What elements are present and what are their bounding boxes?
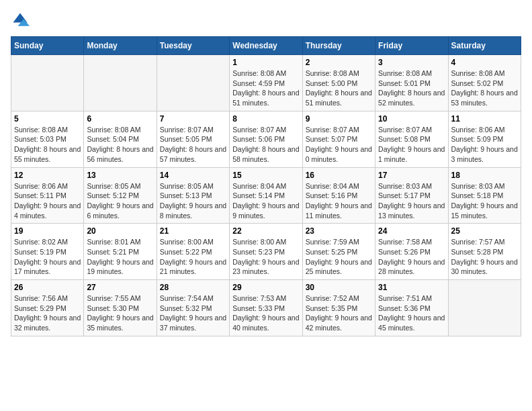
week-row-3: 12Sunrise: 8:06 AM Sunset: 5:11 PM Dayli…: [11, 167, 521, 224]
week-row-1: 1Sunrise: 8:08 AM Sunset: 4:59 PM Daylig…: [11, 55, 521, 111]
day-number: 31: [378, 283, 445, 292]
weekday-header-row: SundayMondayTuesdayWednesdayThursdayFrid…: [11, 37, 521, 55]
logo-icon: [11, 11, 30, 30]
day-cell: 21Sunrise: 8:00 AM Sunset: 5:22 PM Dayli…: [157, 224, 229, 280]
weekday-thursday: Thursday: [302, 37, 375, 55]
day-cell: 17Sunrise: 8:03 AM Sunset: 5:17 PM Dayli…: [375, 167, 448, 224]
day-info: Sunrise: 8:03 AM Sunset: 5:17 PM Dayligh…: [378, 181, 445, 221]
day-info: Sunrise: 8:08 AM Sunset: 5:03 PM Dayligh…: [14, 125, 81, 165]
day-cell: 3Sunrise: 8:08 AM Sunset: 5:01 PM Daylig…: [375, 55, 448, 111]
week-row-4: 19Sunrise: 8:02 AM Sunset: 5:19 PM Dayli…: [11, 224, 521, 280]
day-number: 27: [87, 283, 153, 292]
day-info: Sunrise: 8:00 AM Sunset: 5:23 PM Dayligh…: [232, 237, 299, 277]
day-info: Sunrise: 8:04 AM Sunset: 5:16 PM Dayligh…: [306, 181, 372, 221]
day-cell: 2Sunrise: 8:08 AM Sunset: 5:00 PM Daylig…: [302, 55, 375, 111]
day-cell: 1Sunrise: 8:08 AM Sunset: 4:59 PM Daylig…: [230, 55, 302, 111]
week-row-2: 5Sunrise: 8:08 AM Sunset: 5:03 PM Daylig…: [11, 111, 521, 167]
day-cell: 24Sunrise: 7:58 AM Sunset: 5:26 PM Dayli…: [375, 224, 448, 280]
day-cell: 29Sunrise: 7:53 AM Sunset: 5:33 PM Dayli…: [230, 280, 302, 336]
day-info: Sunrise: 7:55 AM Sunset: 5:30 PM Dayligh…: [87, 293, 153, 333]
day-cell: 30Sunrise: 7:52 AM Sunset: 5:35 PM Dayli…: [302, 280, 375, 336]
weekday-sunday: Sunday: [11, 37, 84, 55]
day-cell: 15Sunrise: 8:04 AM Sunset: 5:14 PM Dayli…: [230, 167, 302, 224]
day-cell: 23Sunrise: 7:59 AM Sunset: 5:25 PM Dayli…: [302, 224, 375, 280]
day-cell: 12Sunrise: 8:06 AM Sunset: 5:11 PM Dayli…: [11, 167, 84, 224]
day-info: Sunrise: 7:52 AM Sunset: 5:35 PM Dayligh…: [306, 293, 372, 333]
day-cell: 19Sunrise: 8:02 AM Sunset: 5:19 PM Dayli…: [11, 224, 84, 280]
weekday-monday: Monday: [84, 37, 157, 55]
day-info: Sunrise: 8:08 AM Sunset: 5:02 PM Dayligh…: [451, 68, 518, 108]
page-header: [11, 11, 521, 30]
day-info: Sunrise: 8:05 AM Sunset: 5:12 PM Dayligh…: [87, 181, 153, 221]
day-number: 8: [232, 114, 299, 124]
weekday-saturday: Saturday: [448, 37, 521, 55]
day-info: Sunrise: 8:08 AM Sunset: 5:04 PM Dayligh…: [87, 125, 153, 165]
day-info: Sunrise: 8:02 AM Sunset: 5:19 PM Dayligh…: [14, 237, 81, 277]
day-number: 5: [14, 114, 81, 124]
weekday-friday: Friday: [375, 37, 448, 55]
day-cell: 13Sunrise: 8:05 AM Sunset: 5:12 PM Dayli…: [84, 167, 157, 224]
day-number: 18: [451, 171, 518, 180]
weekday-wednesday: Wednesday: [230, 37, 302, 55]
calendar-table: SundayMondayTuesdayWednesdayThursdayFrid…: [11, 36, 521, 336]
day-cell: 6Sunrise: 8:08 AM Sunset: 5:04 PM Daylig…: [84, 111, 157, 167]
day-info: Sunrise: 7:57 AM Sunset: 5:28 PM Dayligh…: [451, 237, 518, 277]
day-cell: [84, 55, 157, 111]
day-cell: [448, 280, 521, 336]
day-cell: 25Sunrise: 7:57 AM Sunset: 5:28 PM Dayli…: [448, 224, 521, 280]
day-cell: 27Sunrise: 7:55 AM Sunset: 5:30 PM Dayli…: [84, 280, 157, 336]
day-info: Sunrise: 7:53 AM Sunset: 5:33 PM Dayligh…: [232, 293, 299, 333]
day-info: Sunrise: 8:07 AM Sunset: 5:05 PM Dayligh…: [160, 125, 226, 165]
day-info: Sunrise: 7:56 AM Sunset: 5:29 PM Dayligh…: [14, 293, 81, 333]
day-info: Sunrise: 7:54 AM Sunset: 5:32 PM Dayligh…: [160, 293, 226, 333]
day-info: Sunrise: 8:07 AM Sunset: 5:06 PM Dayligh…: [232, 125, 299, 165]
day-info: Sunrise: 7:51 AM Sunset: 5:36 PM Dayligh…: [378, 293, 445, 333]
day-cell: 20Sunrise: 8:01 AM Sunset: 5:21 PM Dayli…: [84, 224, 157, 280]
day-number: 28: [160, 283, 226, 292]
day-number: 29: [232, 283, 299, 292]
day-number: 14: [160, 171, 226, 180]
day-info: Sunrise: 7:58 AM Sunset: 5:26 PM Dayligh…: [378, 237, 445, 277]
calendar-body: 1Sunrise: 8:08 AM Sunset: 4:59 PM Daylig…: [11, 55, 521, 336]
day-info: Sunrise: 8:06 AM Sunset: 5:11 PM Dayligh…: [14, 181, 81, 221]
day-number: 6: [87, 114, 153, 124]
day-number: 11: [451, 114, 518, 124]
day-cell: 7Sunrise: 8:07 AM Sunset: 5:05 PM Daylig…: [157, 111, 229, 167]
day-number: 24: [378, 226, 445, 236]
weekday-tuesday: Tuesday: [157, 37, 229, 55]
day-number: 30: [306, 283, 372, 292]
day-info: Sunrise: 8:08 AM Sunset: 4:59 PM Dayligh…: [232, 68, 299, 108]
day-number: 22: [232, 226, 299, 236]
day-info: Sunrise: 8:08 AM Sunset: 5:01 PM Dayligh…: [378, 68, 445, 108]
day-info: Sunrise: 8:04 AM Sunset: 5:14 PM Dayligh…: [232, 181, 299, 221]
day-info: Sunrise: 8:01 AM Sunset: 5:21 PM Dayligh…: [87, 237, 153, 277]
day-number: 17: [378, 171, 445, 180]
day-info: Sunrise: 8:00 AM Sunset: 5:22 PM Dayligh…: [160, 237, 226, 277]
day-number: 9: [306, 114, 372, 124]
day-number: 16: [306, 171, 372, 180]
day-number: 7: [160, 114, 226, 124]
day-cell: 8Sunrise: 8:07 AM Sunset: 5:06 PM Daylig…: [230, 111, 302, 167]
day-cell: 9Sunrise: 8:07 AM Sunset: 5:07 PM Daylig…: [302, 111, 375, 167]
day-number: 12: [14, 171, 81, 180]
day-cell: 10Sunrise: 8:07 AM Sunset: 5:08 PM Dayli…: [375, 111, 448, 167]
day-cell: 11Sunrise: 8:06 AM Sunset: 5:09 PM Dayli…: [448, 111, 521, 167]
day-number: 21: [160, 226, 226, 236]
day-cell: 14Sunrise: 8:05 AM Sunset: 5:13 PM Dayli…: [157, 167, 229, 224]
day-info: Sunrise: 8:07 AM Sunset: 5:07 PM Dayligh…: [306, 125, 372, 165]
day-cell: [157, 55, 229, 111]
day-number: 3: [378, 58, 445, 67]
day-cell: 18Sunrise: 8:03 AM Sunset: 5:18 PM Dayli…: [448, 167, 521, 224]
day-number: 10: [378, 114, 445, 124]
day-info: Sunrise: 8:07 AM Sunset: 5:08 PM Dayligh…: [378, 125, 445, 165]
day-number: 19: [14, 226, 81, 236]
day-info: Sunrise: 7:59 AM Sunset: 5:25 PM Dayligh…: [306, 237, 372, 277]
day-cell: [11, 55, 84, 111]
day-info: Sunrise: 8:03 AM Sunset: 5:18 PM Dayligh…: [451, 181, 518, 221]
day-number: 1: [232, 58, 299, 67]
day-cell: 16Sunrise: 8:04 AM Sunset: 5:16 PM Dayli…: [302, 167, 375, 224]
day-cell: 28Sunrise: 7:54 AM Sunset: 5:32 PM Dayli…: [157, 280, 229, 336]
day-cell: 5Sunrise: 8:08 AM Sunset: 5:03 PM Daylig…: [11, 111, 84, 167]
day-cell: 22Sunrise: 8:00 AM Sunset: 5:23 PM Dayli…: [230, 224, 302, 280]
day-cell: 31Sunrise: 7:51 AM Sunset: 5:36 PM Dayli…: [375, 280, 448, 336]
